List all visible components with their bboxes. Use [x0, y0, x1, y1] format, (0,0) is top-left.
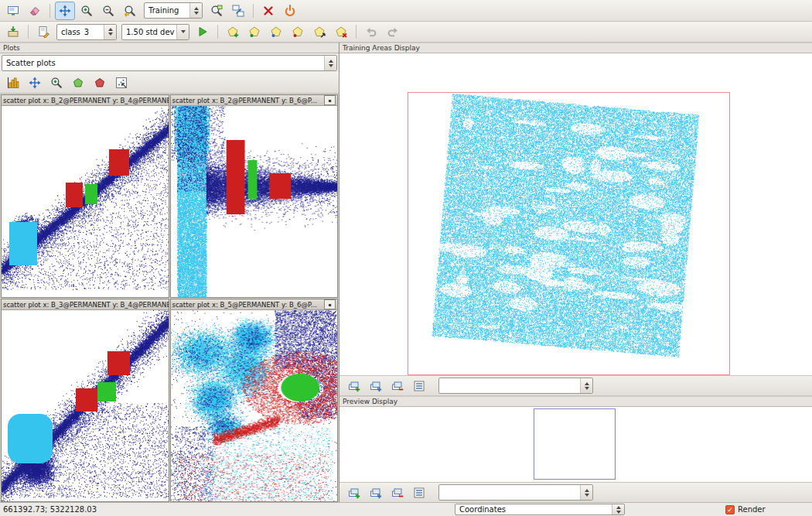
combo-spinner	[580, 378, 592, 393]
add-group-button[interactable]	[366, 484, 386, 502]
redo-button[interactable]	[383, 22, 403, 41]
main-toolbar: Training	[0, 0, 812, 22]
select-exclude-button[interactable]	[90, 73, 110, 92]
import-areas-button[interactable]	[3, 22, 23, 41]
digitize-area-button[interactable]	[223, 22, 243, 41]
zoom-out-button[interactable]	[98, 2, 118, 20]
add-vertex-button[interactable]	[244, 22, 264, 41]
add-layer-button[interactable]	[344, 377, 364, 395]
zoom-to-map-button[interactable]	[206, 2, 227, 20]
training-map-select[interactable]: Training	[144, 2, 203, 19]
exit-button[interactable]	[258, 2, 278, 20]
pan-button[interactable]	[55, 2, 75, 20]
toolbar-separator	[28, 25, 29, 39]
toolbar-separator	[356, 25, 357, 39]
preview-display-toolbar	[339, 482, 812, 503]
displays-panel: Training Areas Display Preview Display	[339, 43, 812, 503]
add-group-icon	[370, 487, 382, 499]
plot-type-select[interactable]: Scatter plots	[2, 55, 337, 71]
scatter-plot-pane: scatter plot x: B_3@PERMANENT y: B_4@PER…	[1, 299, 169, 502]
layer-list-icon	[413, 380, 425, 392]
scatter-plot-pane: scatter plot x: B_2@PERMANENT y: B_4@PER…	[1, 94, 169, 298]
display-map-button[interactable]	[3, 2, 23, 20]
pan-icon	[29, 77, 41, 89]
remove-vertex-icon	[292, 26, 304, 38]
zoom-in-icon	[80, 5, 93, 17]
remove-layer-icon	[391, 487, 404, 499]
coordinates-readout: 661392.73; 5322128.03	[0, 505, 97, 514]
green-polygon-icon	[72, 77, 84, 89]
zoom-in-button[interactable]	[77, 2, 97, 20]
combo-spinner	[104, 25, 116, 39]
undo-button[interactable]	[361, 22, 381, 41]
plot-menu-button[interactable]	[324, 299, 336, 309]
import-icon	[7, 26, 19, 38]
plot-title: scatter plot x: B_2@PERMANENT y: B_4@PER…	[3, 97, 169, 104]
render-toggle[interactable]: Render	[725, 505, 766, 514]
combo-spinner	[176, 25, 189, 39]
move-vertex-button[interactable]	[266, 22, 286, 41]
layer-options-button[interactable]	[409, 484, 429, 502]
statusbar-mode-select[interactable]: Coordinates	[455, 504, 625, 515]
layer-options-button[interactable]	[409, 377, 429, 395]
preview-map-layer-select[interactable]	[438, 484, 593, 501]
play-icon	[196, 26, 209, 38]
app-window: Training class_3 1.50 std dev	[0, 0, 812, 516]
scatter-plot-pane: scatter plot x: B_2@PERMANENT y: B_6@P..…	[170, 94, 339, 298]
preview-map-area[interactable]	[339, 407, 812, 482]
remove-layer-button[interactable]	[387, 377, 408, 395]
move-area-button[interactable]	[309, 22, 329, 41]
plot-title: scatter plot x: B_3@PERMANENT y: B_4@PER…	[3, 301, 169, 309]
plots-toolbar	[0, 72, 339, 94]
preview-display-caption: Preview Display	[339, 396, 812, 407]
render-checkbox[interactable]	[725, 505, 735, 514]
scatter-select-button[interactable]	[111, 73, 131, 92]
scatter-plot-canvas[interactable]	[2, 310, 169, 501]
scatter-plot-canvas[interactable]	[171, 106, 338, 297]
training-map-layer-select[interactable]	[438, 378, 593, 394]
quit-button[interactable]	[280, 2, 300, 20]
edit-class-button[interactable]	[33, 22, 53, 41]
add-layer-icon	[348, 380, 360, 392]
plot-title: scatter plot x: B_2@PERMANENT y: B_6@P..…	[172, 97, 317, 104]
red-polygon-icon	[94, 77, 106, 89]
remove-vertex-button[interactable]	[288, 22, 308, 41]
plot-menu-button[interactable]	[324, 95, 336, 105]
erase-display-button[interactable]	[25, 2, 45, 20]
combo-spinner	[580, 485, 592, 500]
scatter-select-icon	[115, 77, 128, 89]
histogram-button[interactable]	[3, 73, 23, 92]
select-include-button[interactable]	[68, 73, 88, 92]
edit-document-icon	[37, 26, 49, 38]
remove-layer-icon	[391, 380, 404, 392]
training-display-toolbar	[339, 375, 812, 396]
class-select[interactable]: class_3	[56, 24, 117, 40]
scatter-plot-grid: scatter plot x: B_2@PERMANENT y: B_4@PER…	[0, 94, 339, 503]
digitize-area-icon	[227, 26, 239, 38]
plots-pan-button[interactable]	[25, 73, 45, 92]
remove-layer-button[interactable]	[387, 484, 408, 502]
stddev-select[interactable]: 1.50 std dev	[121, 24, 189, 40]
eraser-icon	[29, 5, 41, 17]
scatter-plot-canvas[interactable]	[2, 106, 169, 297]
zoom-out-icon	[102, 5, 114, 17]
move-area-icon	[313, 26, 326, 38]
training-map-area	[339, 53, 812, 375]
zoom-back-icon	[124, 5, 136, 17]
zoom-back-button[interactable]	[120, 2, 140, 20]
power-icon	[284, 5, 296, 17]
scatter-plot-canvas[interactable]	[171, 310, 338, 501]
run-analysis-button[interactable]	[193, 22, 213, 41]
combo-spinner	[189, 3, 202, 18]
add-layer-button[interactable]	[344, 484, 364, 502]
delete-area-button[interactable]	[331, 22, 351, 41]
adjust-displays-button[interactable]	[228, 2, 248, 20]
class-toolbar: class_3 1.50 std dev	[0, 22, 812, 43]
undo-icon	[365, 26, 377, 38]
plots-panel-caption: Plots	[0, 43, 339, 53]
training-map-canvas[interactable]	[339, 53, 812, 375]
scatter-plot-pane: scatter plot x: B_5@PERMANENT y: B_6@P..…	[170, 299, 339, 502]
add-group-button[interactable]	[366, 377, 386, 395]
toolbar-separator	[49, 4, 50, 18]
plots-zoom-button[interactable]	[46, 73, 67, 92]
